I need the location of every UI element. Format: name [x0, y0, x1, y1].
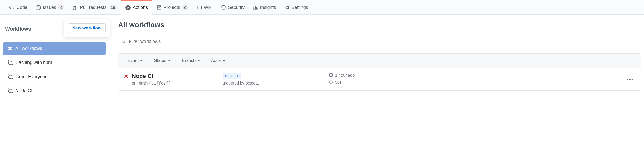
run-duration: 50s	[335, 80, 342, 85]
sidebar-title: Workflows	[3, 26, 31, 32]
tab-label: Pull requests	[80, 5, 106, 10]
tab-label: Settings	[291, 5, 308, 10]
svg-point-7	[11, 78, 13, 79]
sidebar-item-label: Caching with npm	[15, 60, 52, 65]
tab-actions[interactable]: Actions	[121, 0, 152, 15]
tab-label: Code	[16, 5, 27, 10]
tab-label: Actions	[133, 5, 148, 10]
workflow-icon	[8, 60, 13, 65]
workflow-icon	[8, 88, 13, 93]
run-time-ago: 1 hour ago	[335, 73, 355, 78]
workflow-icon	[8, 74, 13, 79]
sidebar-item-node-ci[interactable]: Node CI	[3, 85, 106, 97]
tab-label: Issues	[43, 5, 56, 10]
calendar-icon	[329, 73, 333, 78]
filter-label: Status	[154, 58, 166, 63]
caret-down-icon	[197, 60, 200, 61]
svg-point-10	[11, 92, 13, 93]
stopwatch-icon	[329, 80, 333, 85]
shield-icon	[221, 5, 226, 10]
sidebar-item-caching-with-npm[interactable]: Caching with npm	[3, 56, 106, 69]
branch-tag[interactable]: master	[223, 73, 241, 79]
sidebar-item-label: All workflows	[15, 46, 42, 51]
new-workflow-highlight: New workflow	[64, 19, 110, 37]
svg-point-9	[8, 92, 9, 93]
tab-label: Security	[228, 5, 245, 10]
filter-event-dropdown[interactable]: Event	[128, 58, 143, 63]
code-icon	[9, 5, 14, 10]
svg-point-8	[8, 89, 9, 90]
new-workflow-button[interactable]: New workflow	[68, 23, 106, 33]
filter-workflows-input[interactable]	[129, 39, 232, 44]
issues-count: 0	[58, 5, 64, 10]
workflow-run-row[interactable]: ✕ Node CI on: push (51ffc7f) master trig…	[118, 68, 641, 90]
tab-issues[interactable]: Issues 0	[32, 0, 69, 14]
run-menu-kebab-icon[interactable]: •••	[627, 76, 635, 83]
workflows-sidebar: Workflows New workflow All workflows Cac…	[3, 21, 106, 99]
pull-request-icon	[73, 5, 78, 10]
runs-filter-bar: Event Status Branch Actor	[118, 54, 641, 68]
gear-icon	[284, 5, 289, 10]
svg-point-3	[8, 64, 9, 65]
filter-actor-dropdown[interactable]: Actor	[211, 58, 226, 63]
caret-down-icon	[140, 60, 143, 61]
run-commit-hash: (51ffc7f)	[149, 81, 171, 86]
filter-status-dropdown[interactable]: Status	[154, 58, 170, 63]
tab-label: Projects	[163, 5, 180, 10]
run-event: push	[139, 81, 148, 85]
filter-branch-dropdown[interactable]: Branch	[182, 58, 200, 63]
issue-icon	[36, 5, 41, 10]
runs-list: Event Status Branch Actor ✕ Node CI on: …	[118, 53, 641, 91]
triggered-by-text: triggered by octocat	[223, 81, 325, 86]
tab-insights[interactable]: Insights	[249, 0, 280, 14]
repo-tabs: Code Issues 0 Pull requests 16 Actions P…	[0, 0, 644, 15]
x-failed-icon: ✕	[124, 74, 128, 79]
run-subtitle: on: push (51ffc7f)	[132, 81, 219, 86]
main-content: All workflows Event Status Branch Actor …	[118, 21, 641, 99]
sidebar-item-label: Node CI	[15, 88, 32, 93]
graph-icon	[253, 5, 258, 10]
pulls-count: 16	[109, 5, 117, 10]
sidebar-item-label: Greet Everyone	[15, 74, 48, 79]
projects-count: 0	[182, 5, 188, 10]
svg-point-2	[8, 60, 9, 62]
run-title: Node CI	[132, 73, 219, 79]
filter-label: Event	[128, 58, 139, 63]
play-stack-icon	[8, 46, 13, 51]
svg-point-6	[8, 78, 9, 79]
project-icon	[156, 5, 161, 10]
tab-code[interactable]: Code	[5, 0, 32, 14]
tab-settings[interactable]: Settings	[280, 0, 312, 14]
filter-label: Branch	[182, 58, 196, 63]
book-icon	[197, 5, 202, 10]
caret-down-icon	[223, 60, 225, 61]
tab-security[interactable]: Security	[217, 0, 249, 14]
svg-point-5	[8, 75, 9, 76]
page-title: All workflows	[118, 21, 641, 29]
tab-label: Insights	[260, 5, 276, 10]
filter-workflows-box[interactable]	[118, 36, 236, 47]
tab-pull-requests[interactable]: Pull requests 16	[69, 0, 121, 14]
tab-label: Wiki	[204, 5, 213, 10]
play-icon	[125, 5, 131, 10]
filter-label: Actor	[211, 58, 221, 63]
tab-projects[interactable]: Projects 0	[152, 0, 192, 14]
search-icon	[122, 39, 126, 44]
tab-wiki[interactable]: Wiki	[193, 0, 217, 14]
caret-down-icon	[168, 60, 171, 61]
sidebar-item-greet-everyone[interactable]: Greet Everyone	[3, 70, 106, 83]
sidebar-item-all-workflows[interactable]: All workflows	[3, 42, 106, 55]
svg-point-4	[11, 64, 13, 65]
run-on-prefix: on:	[132, 81, 139, 85]
